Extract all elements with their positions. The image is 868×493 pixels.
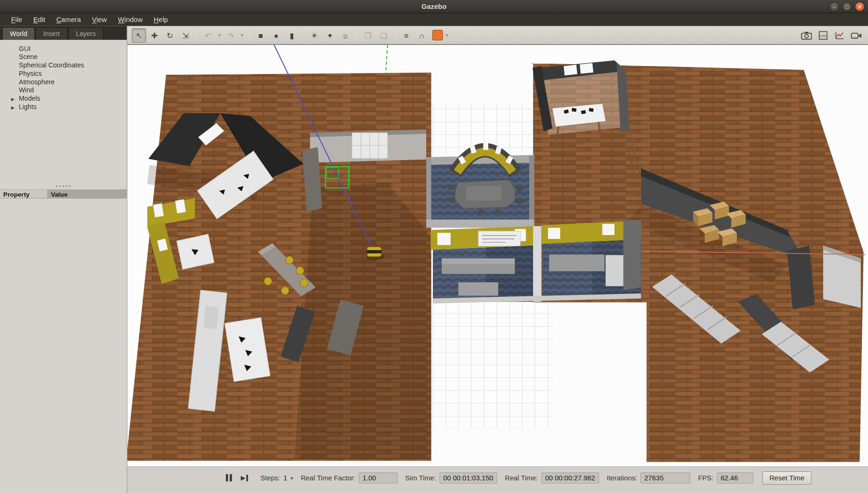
menu-help[interactable]: Help	[148, 14, 173, 25]
snap-button[interactable]: ∩	[415, 28, 429, 43]
steps-label: Steps:	[260, 474, 280, 482]
steps-caret-icon[interactable]: ▾	[290, 475, 293, 481]
tab-insert[interactable]: Insert	[36, 27, 68, 40]
plot-button[interactable]	[832, 28, 847, 43]
real-time-factor-field: 1.00	[359, 472, 398, 484]
tree-item-lights[interactable]: ▶Lights	[0, 103, 127, 111]
tree-item-scene[interactable]: Scene	[0, 53, 127, 61]
paste-button[interactable]: ❏	[377, 28, 391, 43]
menu-view[interactable]: View	[87, 14, 112, 25]
tree-item-physics[interactable]: Physics	[0, 70, 127, 78]
select-tool-button[interactable]: ↖	[132, 28, 146, 43]
toolbar-separator	[356, 29, 357, 41]
step-button[interactable]: ▶	[237, 474, 253, 481]
maximize-button[interactable]: □	[842, 2, 852, 12]
tab-world[interactable]: World	[2, 27, 35, 40]
world-panel: World Insert Layers GUI Scene Spherical …	[0, 26, 127, 493]
sim-time-field: 00 00:01:03.150	[439, 472, 497, 484]
menu-file[interactable]: File	[6, 14, 28, 25]
fps-group: FPS: 62.46	[698, 472, 753, 484]
point-light-button[interactable]: ☀	[307, 28, 322, 43]
fps-field: 62.46	[717, 472, 753, 484]
data-logger-button[interactable]: LOG	[816, 28, 831, 43]
world-tree: GUI Scene Spherical Coordinates Physics …	[0, 40, 127, 183]
steps-group: Steps: 1 ▾	[260, 474, 293, 482]
insert-cylinder-button[interactable]: ▮	[284, 28, 299, 43]
toolbar-right-group: LOG	[799, 28, 863, 43]
window-title: Gazebo	[0, 2, 868, 10]
menu-camera[interactable]: Camera	[51, 14, 86, 25]
redo-button[interactable]: ↷	[223, 28, 238, 43]
redo-history-caret-icon[interactable]: ▾	[239, 28, 245, 43]
tree-item-label: Lights	[19, 103, 37, 111]
tab-layers[interactable]: Layers	[68, 27, 104, 40]
toolbar: ↖ ✚ ↻ ⇲ ↶ ▾ ↷ ▾ ■ ● ▮ ☀ ✦ ☼ ❐ ❏	[127, 26, 868, 45]
undo-button[interactable]: ↶	[201, 28, 215, 43]
titlebar[interactable]: Gazebo − □ ✕	[0, 0, 868, 13]
panel-splitter[interactable]	[0, 183, 127, 189]
tree-item-wind[interactable]: Wind	[0, 86, 127, 95]
toolbar-separator	[197, 29, 197, 41]
tree-item-label: Models	[19, 95, 40, 103]
directional-light-button[interactable]: ☼	[338, 28, 353, 43]
tree-item-spherical-coordinates[interactable]: Spherical Coordinates	[0, 61, 127, 70]
copy-button[interactable]: ❐	[361, 28, 376, 43]
view-angle-caret-icon[interactable]: ▾	[444, 28, 450, 43]
real-time-factor-group: Real Time Factor: 1.00	[301, 472, 397, 484]
panel-tabs: World Insert Layers	[0, 26, 127, 40]
robot[interactable]	[366, 247, 384, 260]
reset-time-button[interactable]: Reset Time	[762, 471, 811, 484]
scale-tool-button[interactable]: ⇲	[178, 28, 193, 43]
rotate-tool-button[interactable]: ↻	[163, 28, 177, 43]
svg-text:LOG: LOG	[820, 34, 826, 37]
menu-window[interactable]: Window	[112, 14, 148, 25]
camera-icon	[801, 31, 812, 40]
steps-value[interactable]: 1	[283, 474, 287, 482]
gazebo-3d-scene[interactable]	[127, 45, 868, 467]
spot-light-button[interactable]: ✦	[323, 28, 337, 43]
property-table-header: Property Value	[0, 189, 127, 199]
record-video-button[interactable]	[849, 28, 864, 43]
expand-arrow-icon[interactable]: ▶	[11, 104, 15, 111]
insert-box-button[interactable]: ■	[253, 28, 268, 43]
real-time-group: Real Time: 00 00:00:27.982	[505, 472, 599, 484]
tree-item-gui[interactable]: GUI	[0, 45, 127, 53]
align-button[interactable]: ≡	[399, 28, 414, 43]
iterations-label: Iterations:	[607, 474, 637, 482]
plot-icon	[835, 31, 845, 40]
menu-edit[interactable]: Edit	[28, 14, 51, 25]
toolbar-separator	[395, 29, 395, 41]
screenshot-camera-button[interactable]	[799, 28, 814, 43]
worktable-2	[177, 234, 214, 269]
view-angle-button[interactable]	[432, 30, 443, 40]
iterations-field: 27635	[640, 472, 690, 484]
window-controls: − □ ✕	[829, 2, 865, 12]
tree-item-atmosphere[interactable]: Atmosphere	[0, 78, 127, 87]
sim-time-group: Sim Time: 00 00:01:03.150	[405, 472, 497, 484]
gazebo-window: Gazebo − □ ✕ File Edit Camera View Windo…	[0, 0, 868, 493]
toolbar-separator	[249, 29, 250, 41]
video-camera-icon	[851, 31, 862, 40]
statusbar: ▶ Steps: 1 ▾ Real Time Factor: 1.00 Sim …	[127, 466, 868, 493]
value-column-header[interactable]: Value	[48, 190, 127, 198]
step-play-icon: ▶	[241, 474, 245, 481]
minimize-button[interactable]: −	[829, 2, 839, 12]
toolbar-separator	[303, 29, 303, 41]
log-icon: LOG	[818, 31, 828, 40]
viewport-3d[interactable]	[127, 45, 868, 467]
iterations-group: Iterations: 27635	[607, 472, 690, 484]
expand-arrow-icon[interactable]: ▶	[11, 96, 15, 103]
pause-button[interactable]	[222, 474, 237, 481]
lounge-rooms	[430, 220, 641, 303]
sim-time-label: Sim Time:	[405, 474, 436, 482]
undo-history-caret-icon[interactable]: ▾	[216, 28, 223, 43]
property-column-header[interactable]: Property	[0, 190, 48, 198]
real-time-field: 00 00:00:27.982	[541, 472, 599, 484]
translate-tool-button[interactable]: ✚	[147, 28, 162, 43]
menubar: File Edit Camera View Window Help	[0, 13, 868, 26]
insert-sphere-button[interactable]: ●	[269, 28, 283, 43]
real-time-factor-label: Real Time Factor:	[301, 474, 356, 482]
tree-item-models[interactable]: ▶Models	[0, 95, 127, 103]
real-time-label: Real Time:	[505, 474, 538, 482]
close-button[interactable]: ✕	[855, 2, 865, 12]
